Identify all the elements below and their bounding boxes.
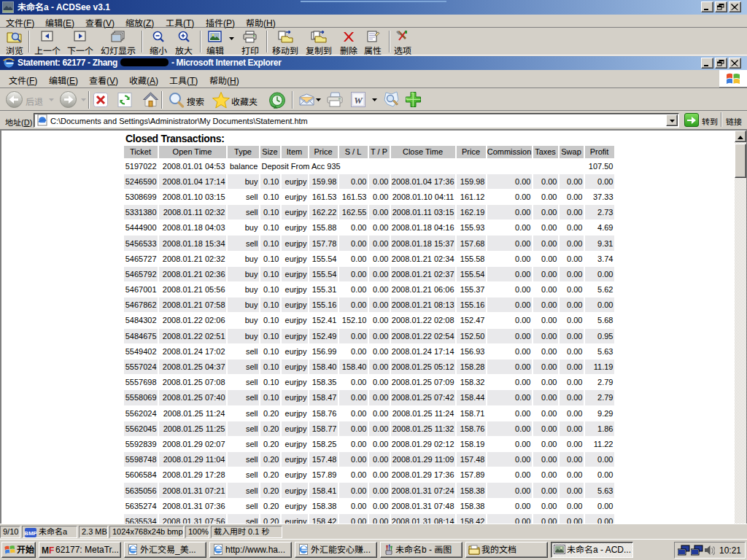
svg-text:F: F [49,545,54,554]
svg-text:W: W [354,95,363,106]
svg-text:M: M [42,545,49,554]
svg-text:BMP: BMP [25,530,36,537]
